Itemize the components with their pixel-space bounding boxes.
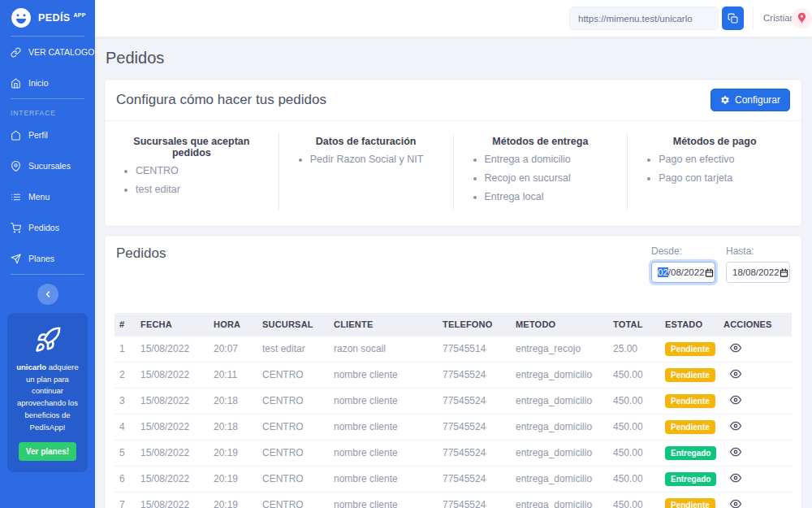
- config-option-list: Entrega a domicilioRecojo en sucursalEnt…: [470, 154, 611, 202]
- sidebar-collapse-button[interactable]: [37, 284, 58, 305]
- view-order-button[interactable]: [723, 420, 741, 432]
- order-method: entrega_domicilio: [511, 414, 608, 440]
- col-header-num: #: [114, 313, 136, 336]
- date-from-input[interactable]: 02/08/2022: [651, 262, 715, 283]
- sidebar-section-label: INTERFACE: [0, 99, 95, 119]
- order-client: razon socail: [329, 336, 438, 362]
- col-header-acciones: ACCIONES: [719, 313, 792, 336]
- config-column-sucursales: Sucursales que aceptan pedidos CENTROtes…: [105, 132, 279, 210]
- view-order-button[interactable]: [723, 472, 741, 484]
- order-client: nombre cliente: [329, 492, 438, 508]
- order-client: nombre cliente: [329, 440, 438, 466]
- table-row: 6 15/08/2022 20:19 CENTRO nombre cliente…: [114, 466, 792, 492]
- config-option: CENTRO: [136, 165, 262, 176]
- configure-button-label: Configurar: [735, 94, 780, 106]
- order-date: 15/08/2022: [136, 492, 209, 508]
- menu-url-input[interactable]: [569, 7, 719, 30]
- order-method: entrega_recojo: [511, 336, 608, 362]
- status-badge: Pendiente: [665, 368, 715, 382]
- order-actions-cell: [719, 440, 792, 466]
- order-number: 6: [114, 466, 136, 492]
- order-date: 15/08/2022: [136, 388, 209, 414]
- sidebar-item-menu[interactable]: Menu: [0, 181, 95, 212]
- date-from-rest: /08/2022: [668, 267, 705, 277]
- sidebar-item-sucursales[interactable]: Sucursales: [0, 150, 95, 181]
- topbar-divider: [753, 7, 754, 29]
- col-header-hora: HORA: [209, 313, 257, 336]
- config-column-title: Métodos de entrega: [470, 136, 611, 147]
- calendar-icon[interactable]: [705, 268, 714, 277]
- view-order-button[interactable]: [723, 394, 741, 406]
- shopping-cart-icon: [11, 223, 21, 233]
- status-badge: Entregado: [665, 446, 716, 460]
- user-avatar[interactable]: [792, 8, 812, 28]
- config-column-title: Sucursales que aceptan pedidos: [121, 136, 262, 158]
- order-phone: 77545524: [438, 466, 511, 492]
- sidebar-item-label: Planes: [28, 254, 54, 263]
- promo-text: unicarlo adquiere un plan para continuar…: [13, 362, 82, 433]
- order-number: 7: [114, 492, 136, 508]
- date-to-value: 18/08/2022: [732, 267, 780, 277]
- view-order-button[interactable]: [723, 446, 741, 458]
- col-header-telefono: TELEFONO: [438, 313, 511, 336]
- map-pin-icon: [11, 161, 21, 172]
- order-phone: 77545524: [438, 388, 511, 414]
- eye-icon: [730, 394, 741, 406]
- sidebar-item-label: Pedidos: [28, 223, 59, 232]
- col-header-sucursal: SUCURSAL: [257, 313, 329, 336]
- config-option: Pago con tarjeta: [659, 172, 785, 184]
- date-to-input[interactable]: 18/08/2022: [726, 262, 790, 283]
- view-order-button[interactable]: [723, 498, 741, 508]
- date-from-label: Desde:: [651, 245, 715, 257]
- sidebar-divider: [11, 274, 84, 275]
- config-option-list: CENTROtest editar: [121, 165, 262, 195]
- config-column-facturacion: Datos de facturación Pedir Razon Social …: [279, 132, 454, 210]
- sidebar-item-inicio[interactable]: Inicio: [0, 67, 95, 98]
- order-status-cell: Pendiente: [660, 414, 719, 440]
- order-branch: test editar: [257, 336, 329, 362]
- sidebar-item-perfil[interactable]: Perfil: [0, 119, 95, 150]
- order-time: 20:18: [209, 414, 257, 440]
- order-method: entrega_domicilio: [511, 492, 608, 508]
- order-number: 3: [114, 388, 136, 414]
- order-date: 15/08/2022: [136, 440, 209, 466]
- table-row: 2 15/08/2022 20:11 CENTRO nombre cliente…: [114, 362, 792, 388]
- order-actions-cell: [719, 388, 792, 414]
- sidebar-item-ver-catalogo[interactable]: VER CATALOGO: [0, 37, 95, 67]
- orders-card-header: Pedidos Desde: 02/08/2022 Hasta: 18/08/2…: [114, 236, 792, 283]
- status-badge: Pendiente: [665, 342, 715, 356]
- order-status-cell: Pendiente: [660, 492, 719, 508]
- col-header-estado: ESTADO: [660, 313, 719, 336]
- date-from-group: Desde: 02/08/2022: [651, 245, 715, 283]
- config-column-title: Datos de facturación: [296, 136, 437, 147]
- order-status-cell: Pendiente: [660, 362, 719, 388]
- view-order-button[interactable]: [723, 368, 741, 380]
- order-method: entrega_domicilio: [511, 388, 608, 414]
- order-number: 5: [114, 440, 136, 466]
- order-status-cell: Pendiente: [660, 336, 719, 362]
- date-filters: Desde: 02/08/2022 Hasta: 18/08/2022: [651, 245, 790, 283]
- order-status-cell: Pendiente: [660, 388, 719, 414]
- upgrade-promo-card: unicarlo adquiere un plan para continuar…: [7, 313, 88, 472]
- order-branch: CENTRO: [257, 440, 329, 466]
- order-client: nombre cliente: [329, 466, 438, 492]
- table-row: 5 15/08/2022 20:19 CENTRO nombre cliente…: [114, 440, 792, 466]
- order-total: 450.00: [608, 466, 660, 492]
- app-logo[interactable]: PEDÍS APP: [0, 0, 95, 36]
- calendar-icon[interactable]: [780, 268, 788, 277]
- ver-planes-button[interactable]: Ver planes!: [19, 442, 76, 461]
- config-card-title: Configura cómo hacer tus pedidos: [116, 92, 326, 108]
- configure-button[interactable]: Configurar: [710, 89, 790, 111]
- status-badge: Pendiente: [665, 420, 715, 434]
- sidebar-item-planes[interactable]: Planes: [0, 243, 95, 274]
- user-name: Cristian: [763, 0, 795, 37]
- sidebar-item-pedidos[interactable]: Pedidos: [0, 212, 95, 243]
- copy-url-button[interactable]: [722, 7, 744, 30]
- rocket-icon: [34, 326, 62, 354]
- orders-card: Pedidos Desde: 02/08/2022 Hasta: 18/08/2…: [104, 235, 802, 508]
- view-order-button[interactable]: [723, 342, 741, 354]
- sidebar-item-label: Sucursales: [28, 161, 71, 171]
- status-badge: Pendiente: [665, 394, 715, 408]
- promo-user-highlight: unicarlo: [16, 363, 46, 371]
- config-card: Configura cómo hacer tus pedidos Configu…: [104, 79, 802, 227]
